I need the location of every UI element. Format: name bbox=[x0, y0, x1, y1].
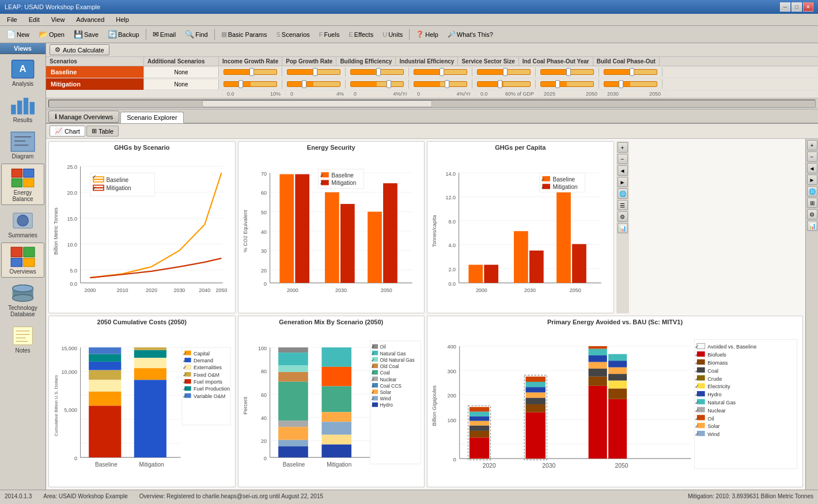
sidebar-item-diagram[interactable]: Diagram bbox=[1, 127, 44, 162]
svg-rect-193 bbox=[321, 366, 351, 386]
globe-button[interactable]: 🌐 bbox=[618, 188, 628, 199]
nav-forward-button[interactable]: ► bbox=[618, 177, 628, 187]
svg-text:Solar: Solar bbox=[380, 389, 391, 395]
basic-params-button[interactable]: ▦ Basic Params bbox=[217, 29, 271, 40]
zoom-plus-button[interactable]: + bbox=[618, 142, 628, 153]
rt-columns[interactable]: ⊞ bbox=[807, 198, 817, 208]
svg-text:Hydro: Hydro bbox=[380, 402, 393, 408]
svg-text:40: 40 bbox=[260, 229, 266, 235]
sidebar-item-overviews[interactable]: Overviews bbox=[1, 242, 44, 278]
energy-security-chart: Energy Security % CO2 Equivalent bbox=[238, 141, 425, 313]
effects-button[interactable]: E Effects bbox=[344, 29, 377, 40]
range-income: 0.010% bbox=[222, 91, 286, 97]
maximize-button[interactable]: □ bbox=[792, 2, 802, 12]
svg-rect-188 bbox=[278, 420, 308, 427]
baseline-ind-coal-slider[interactable] bbox=[536, 67, 599, 77]
svg-text:Old Coal: Old Coal bbox=[380, 363, 399, 369]
content-area: ⚙ Auto Calculate Scenarios Additional Sc… bbox=[46, 43, 818, 490]
svg-text:100: 100 bbox=[448, 417, 456, 423]
svg-text:5.0: 5.0 bbox=[70, 268, 77, 274]
rt-zoom-minus[interactable]: − bbox=[807, 151, 817, 162]
manage-overviews-button[interactable]: ℹ Manage Overviews bbox=[48, 111, 119, 123]
svg-text:2000: 2000 bbox=[476, 287, 487, 293]
fuels-button[interactable]: F Fuels bbox=[315, 29, 344, 40]
menu-file[interactable]: File bbox=[2, 15, 22, 24]
svg-rect-195 bbox=[321, 412, 351, 422]
backup-button[interactable]: 🔄 Backup bbox=[104, 28, 143, 40]
mitigation-building-slider[interactable] bbox=[346, 79, 409, 89]
baseline-income-slider[interactable] bbox=[219, 67, 282, 77]
menu-advanced[interactable]: Advanced bbox=[71, 15, 109, 24]
svg-rect-111 bbox=[572, 244, 586, 283]
mitigation-additional: None bbox=[144, 79, 219, 89]
zoom-minus-button[interactable]: − bbox=[618, 154, 628, 164]
list-button[interactable]: ☰ bbox=[618, 200, 628, 210]
baseline-service-slider[interactable] bbox=[472, 67, 536, 77]
svg-text:Avoided vs. Baseline: Avoided vs. Baseline bbox=[707, 344, 756, 350]
mitigation-build-coal-slider[interactable] bbox=[599, 79, 662, 89]
mitigation-income-slider[interactable] bbox=[219, 79, 282, 89]
baseline-pop-slider[interactable] bbox=[282, 67, 346, 77]
menu-help[interactable]: Help bbox=[111, 15, 134, 24]
sidebar-item-technology-database[interactable]: Technology Database bbox=[1, 279, 44, 320]
email-icon: ✉ bbox=[153, 30, 159, 39]
svg-rect-275 bbox=[608, 354, 627, 360]
sidebar-item-analysis[interactable]: A Analysis bbox=[1, 55, 44, 90]
rt-zoom-plus[interactable]: + bbox=[807, 140, 817, 150]
svg-rect-140 bbox=[134, 380, 166, 457]
rt-globe[interactable]: 🌐 bbox=[807, 186, 817, 196]
svg-rect-252 bbox=[469, 407, 489, 411]
ghg-chart-area: Billion Metric Tonnes 25.0 bbox=[51, 152, 233, 310]
svg-rect-262 bbox=[589, 385, 607, 458]
menu-view[interactable]: View bbox=[47, 15, 70, 24]
baseline-industrial-slider[interactable] bbox=[409, 67, 472, 77]
svg-text:✓: ✓ bbox=[370, 363, 374, 369]
whats-this-button[interactable]: 🔎 What's This? bbox=[444, 29, 497, 40]
save-button[interactable]: 💾 Save bbox=[70, 28, 103, 40]
svg-text:Coal CCS: Coal CCS bbox=[380, 382, 402, 388]
minimize-button[interactable]: ─ bbox=[780, 2, 790, 12]
svg-rect-260 bbox=[525, 376, 545, 381]
rt-export[interactable]: 📊 bbox=[807, 221, 817, 231]
scenario-explorer-tab[interactable]: Scenario Explorer bbox=[120, 112, 183, 123]
rt-back[interactable]: ◄ bbox=[807, 163, 817, 173]
mitigation-service-slider[interactable] bbox=[472, 79, 536, 89]
help-button[interactable]: ❓ Help bbox=[412, 29, 442, 40]
settings-button[interactable]: ⚙ bbox=[618, 211, 628, 222]
find-button[interactable]: 🔍 Find bbox=[181, 28, 211, 40]
nav-back-button[interactable]: ◄ bbox=[618, 165, 628, 176]
rt-forward[interactable]: ► bbox=[807, 175, 817, 185]
scenarios-button[interactable]: S Scenarios bbox=[272, 29, 314, 40]
svg-text:Fixed O&M: Fixed O&M bbox=[194, 372, 219, 377]
baseline-building-slider[interactable] bbox=[346, 67, 409, 77]
close-button[interactable]: ✕ bbox=[803, 2, 813, 12]
svg-text:80: 80 bbox=[260, 369, 266, 374]
baseline-build-coal-slider[interactable] bbox=[599, 67, 662, 77]
svg-text:Mitigation: Mitigation bbox=[139, 461, 164, 467]
mitigation-industrial-slider[interactable] bbox=[409, 79, 472, 89]
svg-rect-78 bbox=[325, 192, 339, 283]
svg-text:Nuclear: Nuclear bbox=[380, 376, 396, 382]
sidebar-item-results[interactable]: Results bbox=[1, 91, 44, 126]
rt-settings[interactable]: ⚙ bbox=[807, 209, 817, 219]
open-button[interactable]: 📂 Open bbox=[35, 28, 69, 40]
scenario-scrollbar[interactable] bbox=[48, 100, 816, 108]
new-button[interactable]: 📄 New bbox=[2, 28, 33, 40]
auto-calculate-button[interactable]: ⚙ Auto Calculate bbox=[50, 44, 109, 55]
content-inner: GHGs by Scenario Billion Metric Tonnes bbox=[46, 139, 818, 490]
table-tab[interactable]: ⊞ Table bbox=[86, 126, 119, 137]
sidebar-item-energy-balance[interactable]: Energy Balance bbox=[1, 164, 44, 205]
chart-button[interactable]: 📊 bbox=[618, 223, 628, 233]
units-button[interactable]: U Units bbox=[378, 29, 407, 40]
overviews-label: Overviews bbox=[9, 268, 36, 275]
menu-edit[interactable]: Edit bbox=[24, 15, 44, 24]
svg-rect-265 bbox=[589, 362, 607, 368]
svg-text:15.0: 15.0 bbox=[67, 216, 77, 222]
sidebar-item-summaries[interactable]: Summaries bbox=[1, 206, 44, 241]
mitigation-ind-coal-slider[interactable] bbox=[536, 79, 599, 89]
chart-tab[interactable]: 📈 Chart bbox=[50, 126, 85, 137]
svg-text:✓: ✓ bbox=[370, 370, 374, 376]
mitigation-pop-slider[interactable] bbox=[282, 79, 346, 89]
email-button[interactable]: ✉ Email bbox=[149, 28, 180, 40]
sidebar-item-notes[interactable]: Notes bbox=[1, 321, 44, 357]
